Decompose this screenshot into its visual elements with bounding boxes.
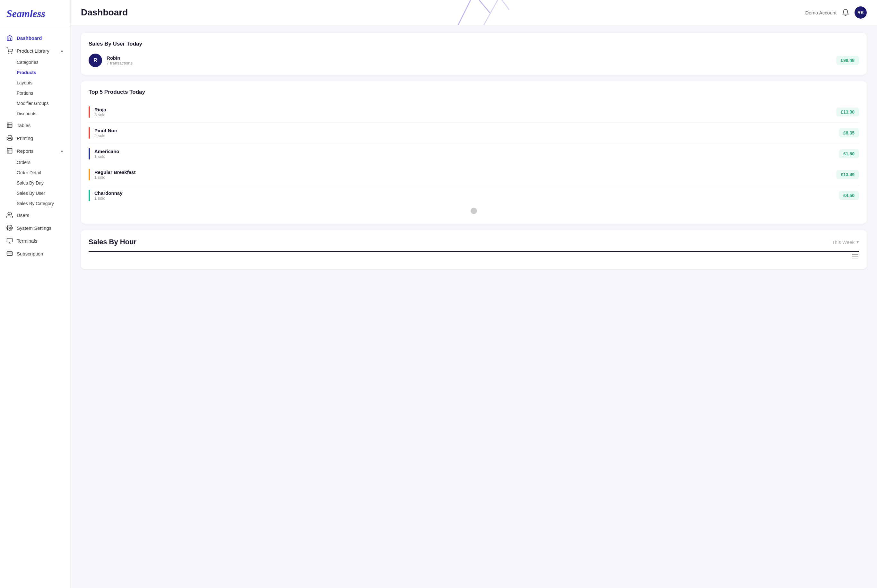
sidebar-item-categories[interactable]: Categories <box>17 57 70 68</box>
sidebar-item-tables[interactable]: Tables <box>0 119 70 132</box>
product-sold: 3 sold <box>94 112 832 117</box>
svg-point-10 <box>8 213 10 215</box>
sidebar-item-system-settings[interactable]: System Settings <box>0 222 70 234</box>
sales-hour-header: Sales By Hour This Week ▾ <box>88 238 859 246</box>
this-week-filter[interactable]: This Week ▾ <box>832 239 859 245</box>
user-name: Robin <box>106 55 832 61</box>
home-icon <box>6 34 13 41</box>
product-info: Regular Breakfast 1 sold <box>94 170 832 180</box>
user-avatar-robin: R <box>88 54 102 67</box>
product-info: Americano 1 sold <box>94 148 834 159</box>
sales-by-hour-card: Sales By Hour This Week ▾ <box>81 230 867 269</box>
sidebar-item-product-library[interactable]: Product Library ▲ <box>0 44 70 57</box>
sidebar-item-users[interactable]: Users <box>0 208 70 222</box>
product-amount: £4.50 <box>839 191 859 200</box>
product-library-submenu: Categories Products Layouts Portions Mod… <box>0 57 70 119</box>
sidebar-item-order-detail[interactable]: Order Detail <box>17 168 70 178</box>
sidebar: Seamless Dashboard Product Library ▲ Cat… <box>0 0 70 588</box>
user-avatar[interactable]: RK <box>855 6 867 19</box>
product-name: Pinot Noir <box>94 128 834 133</box>
svg-point-0 <box>9 53 9 54</box>
sidebar-item-modifier-groups[interactable]: Modifier Groups <box>17 98 70 108</box>
sidebar-item-sales-by-category[interactable]: Sales By Category <box>17 198 70 208</box>
app-logo: Seamless <box>6 8 45 19</box>
sidebar-item-products[interactable]: Products <box>17 68 70 78</box>
terminal-icon <box>6 237 13 244</box>
sidebar-item-label: Printing <box>17 135 33 141</box>
this-week-label: This Week <box>832 239 855 245</box>
product-color-bar <box>88 127 90 139</box>
product-amount: £13.49 <box>836 170 859 179</box>
page-header: Dashboard Demo Account RK <box>70 0 877 26</box>
sidebar-item-sales-by-day[interactable]: Sales By Day <box>17 178 70 188</box>
sales-by-user-card: Sales By User Today R Robin 7 transactio… <box>81 33 867 75</box>
sidebar-item-label: Dashboard <box>17 35 42 41</box>
product-color-bar <box>88 190 90 201</box>
top-products-card: Top 5 Products Today Rioja 3 sold £13.00… <box>81 81 867 224</box>
product-list: Rioja 3 sold £13.00 Pinot Noir 2 sold £8… <box>88 102 859 206</box>
user-amount: £98.48 <box>836 56 859 65</box>
user-transactions: 7 transactions <box>106 61 832 66</box>
chevron-up-icon-reports: ▲ <box>60 148 64 153</box>
user-row: R Robin 7 transactions £98.48 <box>88 54 859 67</box>
product-name: Regular Breakfast <box>94 170 832 175</box>
header-decoration <box>426 0 522 26</box>
svg-rect-12 <box>7 238 12 242</box>
table-icon <box>6 122 13 128</box>
notifications-icon[interactable] <box>842 9 849 16</box>
main-area: Dashboard Demo Account RK Sales By User … <box>70 0 877 588</box>
svg-rect-6 <box>8 139 11 141</box>
product-name: Americano <box>94 148 834 154</box>
sidebar-item-layouts[interactable]: Layouts <box>17 78 70 88</box>
sidebar-item-label: Terminals <box>17 238 37 244</box>
cart-icon <box>6 48 13 54</box>
chevron-down-icon: ▾ <box>856 239 859 245</box>
sidebar-item-printing[interactable]: Printing <box>0 132 70 144</box>
product-color-bar <box>88 148 90 159</box>
product-item: Regular Breakfast 1 sold £13.49 <box>88 164 859 185</box>
sidebar-item-reports[interactable]: Reports ▲ <box>0 144 70 157</box>
sidebar-item-sales-by-user[interactable]: Sales By User <box>17 188 70 198</box>
product-color-bar <box>88 169 90 180</box>
print-icon <box>6 135 13 141</box>
sidebar-item-label: Reports <box>17 148 34 154</box>
sidebar-nav: Dashboard Product Library ▲ Categories P… <box>0 26 70 588</box>
svg-point-1 <box>12 53 12 54</box>
sales-by-user-title: Sales By User Today <box>88 41 859 47</box>
sidebar-item-label: Tables <box>17 123 30 128</box>
product-item: Americano 1 sold £1.50 <box>88 144 859 164</box>
sidebar-item-dashboard[interactable]: Dashboard <box>0 32 70 44</box>
scroll-dot <box>471 208 477 214</box>
product-info: Rioja 3 sold <box>94 107 832 117</box>
sidebar-item-subscription[interactable]: Subscription <box>0 247 70 260</box>
chart-menu <box>88 255 859 261</box>
account-name: Demo Account <box>805 10 837 15</box>
product-color-bar <box>88 106 90 118</box>
product-info: Chardonnay 1 sold <box>94 190 834 201</box>
product-sold: 1 sold <box>94 196 834 201</box>
svg-rect-7 <box>7 148 12 153</box>
settings-icon <box>6 225 13 231</box>
product-amount: £1.50 <box>839 149 859 158</box>
sidebar-item-discounts[interactable]: Discounts <box>17 108 70 119</box>
sidebar-item-terminals[interactable]: Terminals <box>0 234 70 247</box>
product-amount: £8.35 <box>839 128 859 137</box>
menu-dots-icon[interactable] <box>852 252 859 261</box>
product-sold: 1 sold <box>94 175 832 180</box>
chevron-up-icon: ▲ <box>60 48 64 53</box>
top-products-title: Top 5 Products Today <box>88 89 859 95</box>
sidebar-item-label: System Settings <box>17 225 51 231</box>
header-actions: Demo Account RK <box>805 6 867 19</box>
sidebar-item-portions[interactable]: Portions <box>17 88 70 98</box>
svg-point-11 <box>9 227 10 229</box>
user-info: Robin 7 transactions <box>106 55 832 66</box>
logo-area: Seamless <box>0 0 70 26</box>
product-item: Pinot Noir 2 sold £8.35 <box>88 123 859 144</box>
product-item: Chardonnay 1 sold £4.50 <box>88 185 859 206</box>
reports-icon <box>6 148 13 154</box>
svg-rect-15 <box>7 252 12 255</box>
sidebar-item-label: Users <box>17 213 29 218</box>
product-name: Rioja <box>94 107 832 112</box>
sidebar-item-orders[interactable]: Orders <box>17 157 70 168</box>
product-sold: 1 sold <box>94 154 834 159</box>
